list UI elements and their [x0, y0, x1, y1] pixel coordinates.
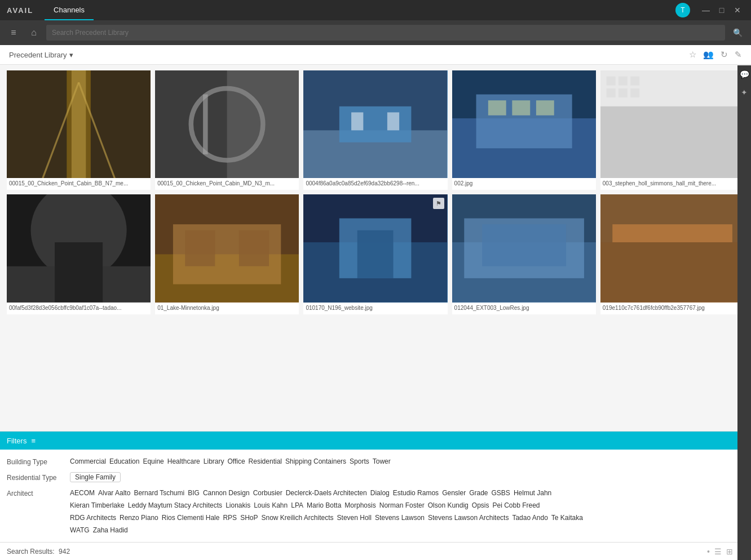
filter-tag-steven-holl[interactable]: Steven Holl — [337, 513, 372, 523]
filter-tag-lionakis[interactable]: Lionakis — [226, 500, 250, 510]
filter-tag-shipping[interactable]: Shipping Containers — [285, 456, 346, 466]
filter-tag-stevens-lawson[interactable]: Stevens Lawson — [375, 513, 425, 523]
filter-tag-dialog[interactable]: Dialog — [370, 488, 390, 498]
filter-tag-zaha[interactable]: Zaha Hadid — [93, 525, 128, 535]
filter-tag-residential[interactable]: Residential — [249, 456, 282, 466]
filter-tag-aecom[interactable]: AECOM — [70, 488, 95, 498]
svg-rect-36 — [239, 230, 269, 266]
filter-tag-rps[interactable]: RPS — [223, 513, 237, 523]
filter-tag-gensler[interactable]: Gensler — [442, 488, 466, 498]
filter-tag-healthcare[interactable]: Healthcare — [167, 456, 200, 466]
svg-rect-44 — [482, 225, 566, 266]
residential-type-row: Residential Type Single Family — [7, 470, 744, 486]
toolbar: ≡ ⌂ 🔍 — [0, 20, 751, 45]
list-item[interactable]: 00015_00_Chicken_Point_Cabin_MD_N3_m... — [155, 70, 299, 190]
dot-icon[interactable]: • — [707, 547, 710, 556]
svg-rect-35 — [185, 230, 215, 266]
statusbar: Search Results: 942 • ☰ ⊞ ⊟ — [0, 542, 751, 560]
svg-rect-11 — [339, 106, 412, 143]
people-icon[interactable]: 👥 — [703, 50, 714, 60]
filter-tag-snow[interactable]: Snow Kreilich Architects — [262, 513, 334, 523]
edit-icon[interactable]: ✎ — [735, 50, 742, 60]
filter-tag-kieran[interactable]: Kieran Timberlake — [70, 500, 125, 510]
header-actions: ☆ 👥 ↻ ✎ — [689, 50, 742, 60]
close-button[interactable]: ✕ — [731, 3, 744, 17]
refresh-icon[interactable]: ↻ — [721, 50, 728, 60]
filter-tag-commercial[interactable]: Commercial — [70, 456, 106, 466]
svg-rect-19 — [536, 100, 554, 115]
filter-tag-helmut[interactable]: Helmut Jahn — [514, 488, 551, 498]
filter-tag-rdg[interactable]: RDG Architects — [70, 513, 116, 523]
filter-tag-lpa[interactable]: LPA — [291, 500, 303, 510]
list-item[interactable]: 003_stephen_holl_simmons_hall_mit_there.… — [600, 70, 744, 190]
svg-rect-24 — [630, 77, 639, 86]
filter-tag-education[interactable]: Education — [109, 456, 139, 466]
filter-lines-icon[interactable]: ≡ — [31, 437, 36, 445]
filter-rows: Building Type Commercial Education Equin… — [0, 450, 751, 542]
flag-icon[interactable]: ⚑ — [433, 198, 444, 209]
filter-tag-alvar[interactable]: Alvar Aalto — [98, 488, 130, 498]
filter-tag-equine[interactable]: Equine — [143, 456, 164, 466]
filter-tag-sports[interactable]: Sports — [350, 456, 369, 466]
avatar[interactable]: T — [675, 3, 690, 17]
filter-tag-library[interactable]: Library — [204, 456, 224, 466]
list-item[interactable]: 012044_EXT003_LowRes.jpg — [452, 194, 596, 314]
menu-icon[interactable]: ≡ — [6, 25, 21, 41]
dropdown-icon[interactable]: ▾ — [69, 51, 73, 59]
svg-rect-17 — [488, 100, 506, 115]
filter-tag-te-kaitaka[interactable]: Te Kaitaka — [551, 513, 583, 523]
filter-tag-norman[interactable]: Norman Foster — [379, 500, 425, 510]
filter-tag-louis[interactable]: Louis Kahn — [254, 500, 288, 510]
filename: 010170_N196_website.jpg — [303, 303, 447, 314]
architect-tags-row2: Kieran Timberlake Leddy Maytum Stacy Arc… — [70, 500, 540, 510]
magic-icon[interactable]: ✦ — [741, 88, 748, 97]
filter-tag-leddy[interactable]: Leddy Maytum Stacy Architects — [128, 500, 222, 510]
filter-tag-tower[interactable]: Tower — [373, 456, 391, 466]
filter-tag-gsbs[interactable]: GSBS — [492, 488, 510, 498]
filter-tag-tadao[interactable]: Tadao Ando — [512, 513, 547, 523]
filter-tag-shop[interactable]: SHoP — [240, 513, 258, 523]
filter-tag-renzo[interactable]: Renzo Piano — [120, 513, 158, 523]
filter-tag-single-family[interactable]: Single Family — [70, 472, 121, 482]
filter-tag-grade[interactable]: Grade — [469, 488, 488, 498]
filter-tag-bernard[interactable]: Bernard Tschumi — [134, 488, 184, 498]
grid-view-icon[interactable]: ⊞ — [726, 547, 733, 556]
filter-tag-corbusier[interactable]: Corbusier — [253, 488, 282, 498]
list-item[interactable]: ⚑ 010170_N196_website.jpg — [303, 194, 447, 314]
list-item[interactable]: 019e110c7c761df6fcb90ffb2e357767.jpg — [600, 194, 744, 314]
filter-tag-declerck[interactable]: Declerck-Daels Architecten — [286, 488, 367, 498]
maximize-button[interactable]: □ — [715, 3, 728, 17]
filter-tag-pei[interactable]: Pei Cobb Freed — [492, 500, 540, 510]
search-input[interactable] — [46, 25, 725, 41]
list-item[interactable]: 00faf5d3f28d3e056cbffc9b0af1c07a--tadao.… — [7, 194, 151, 314]
filter-tag-big[interactable]: BIG — [188, 488, 200, 498]
channels-tab[interactable]: Channels — [45, 0, 94, 20]
list-item[interactable]: 002.jpg — [452, 70, 596, 190]
architect-row: Architect AECOM Alvar Aalto Bernard Tsch… — [7, 486, 744, 537]
breadcrumb: Precedent Library ▾ — [9, 51, 73, 59]
home-icon[interactable]: ⌂ — [26, 25, 42, 41]
list-item[interactable]: 00015_00_Chicken_Point_Cabin_BB_N7_me... — [7, 70, 151, 190]
list-item[interactable]: 01_Lake-Minnetonka.jpg — [155, 194, 299, 314]
architect-tags-row3: RDG Architects Renzo Piano Rios Clementi… — [70, 513, 583, 523]
filename: 012044_EXT003_LowRes.jpg — [452, 303, 596, 314]
filter-tag-cannon[interactable]: Cannon Design — [203, 488, 250, 498]
filter-tag-office[interactable]: Office — [227, 456, 245, 466]
star-icon[interactable]: ☆ — [689, 50, 696, 60]
filter-tag-olson[interactable]: Olson Kundig — [428, 500, 469, 510]
minimize-button[interactable]: — — [699, 3, 713, 17]
list-view-icon[interactable]: ☰ — [714, 547, 722, 556]
filter-tag-rios[interactable]: Rios Clementi Hale — [162, 513, 220, 523]
filter-tag-morphosis[interactable]: Morphosis — [344, 500, 376, 510]
filter-tag-stevens-lawson-arch[interactable]: Stevens Lawson Architects — [428, 513, 509, 523]
filter-tag-watg[interactable]: WATG — [70, 525, 90, 535]
list-item[interactable]: 0004f86a0a9c0a85d2ef69da32bb6298--ren... — [303, 70, 447, 190]
filter-tag-mario[interactable]: Mario Botta — [307, 500, 341, 510]
building-type-label: Building Type — [7, 456, 63, 466]
filter-tag-estudio[interactable]: Estudio Ramos — [393, 488, 439, 498]
right-panel: 💬 ✦ ↓ ℹ — [737, 65, 751, 560]
image-thumb — [600, 70, 744, 178]
filter-tag-opsis[interactable]: Opsis — [472, 500, 489, 510]
chat-icon[interactable]: 💬 — [740, 70, 749, 79]
search-icon[interactable]: 🔍 — [730, 25, 745, 41]
